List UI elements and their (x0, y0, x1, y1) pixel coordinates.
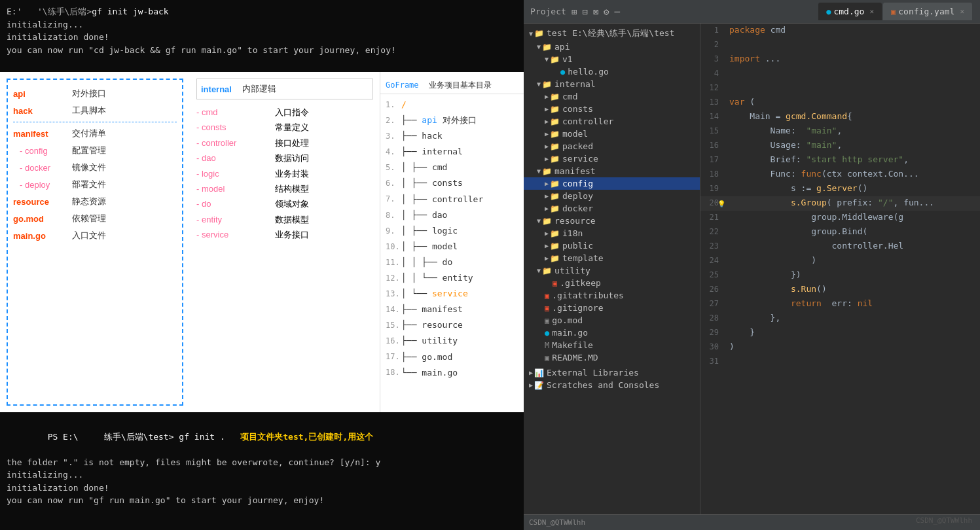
tree-item-gitkeep[interactable]: ▣ .gitkeep (524, 277, 700, 289)
tree-item-public[interactable]: 📁 public (524, 239, 700, 252)
tree-manifest-label: manifest (554, 166, 596, 176)
line-content-16: Usage: "main", (727, 139, 980, 153)
tree-item-manifest[interactable]: 📁 manifest (524, 165, 700, 177)
tree-item-gitattributes[interactable]: ▣ .gitattributes (524, 289, 700, 302)
tb-line-2: the folder "." is not empty, files might… (7, 456, 517, 469)
line-num-30: 30 (700, 340, 727, 355)
tree-item-makefile[interactable]: M Makefile (524, 339, 700, 351)
tree-item-gitignore[interactable]: ▣ .gitignore (524, 302, 700, 314)
dr-line-13: 13.│ └── service (380, 286, 524, 302)
dr-line-10: 10.│ ├── model (380, 239, 524, 255)
dr-text-1: / (401, 97, 407, 112)
tree-external-libraries-label: External Libraries (547, 368, 639, 378)
dr-line-5: 5.│ ├── cmd (380, 160, 524, 175)
tree-service-label: service (562, 154, 598, 164)
tree-item-controller[interactable]: 📁 controller (524, 115, 700, 128)
docker-folder-icon: 📁 (550, 204, 560, 213)
dr-line-17: 17.├── go.mod (380, 349, 524, 365)
tree-item-cmd[interactable]: 📁 cmd (524, 90, 700, 103)
tab-cmd-go-close[interactable]: ✕ (869, 7, 874, 16)
tab-cmd-go[interactable]: ● cmd.go ✕ (818, 3, 882, 20)
toolbar-expand-icon[interactable]: ⊟ (582, 7, 587, 17)
utility-arrow (537, 267, 541, 274)
template-arrow (545, 255, 549, 262)
toolbar-minimize-icon[interactable]: ─ (615, 7, 620, 17)
diag-val-config: 配置管理 (72, 145, 177, 156)
tree-item-config[interactable]: 📁 config (524, 177, 700, 190)
line-content-12 (727, 81, 980, 96)
tree-deploy-label: deploy (562, 191, 593, 201)
tree-item-api[interactable]: 📁 api (524, 41, 700, 53)
tree-item-i18n[interactable]: 📁 i18n (524, 227, 700, 239)
tree-item-resource[interactable]: 📁 resource (524, 215, 700, 227)
dr-text-15: ├── resource (401, 318, 463, 332)
dc-row-cmd: - cmd 入口指令 (196, 105, 373, 120)
project-label[interactable]: Project (530, 7, 566, 16)
toolbar-collapse-icon[interactable]: ⊠ (593, 7, 598, 17)
code-line-3: 3 import ... (700, 52, 980, 67)
tree-item-utility[interactable]: 📁 utility (524, 264, 700, 277)
tb-line-4: initialization done! (7, 482, 517, 495)
terminal-line-2: initializing... (7, 18, 517, 31)
diag-key-api: api (13, 89, 72, 99)
toolbar-structure-icon[interactable]: ⊞ (572, 7, 577, 17)
dc-header-box: internal 内部逻辑 (196, 79, 373, 99)
diag-row-resource: resource 静态资源 (13, 193, 177, 210)
toolbar-settings-icon[interactable]: ⚙ (604, 7, 609, 17)
line-content-4 (727, 67, 980, 81)
tree-item-readme[interactable]: ▣ README.MD (524, 351, 700, 364)
tree-item-template[interactable]: 📁 template (524, 252, 700, 264)
dr-num-16: 16. (386, 334, 401, 347)
diag-key-docker: - docker (13, 163, 72, 173)
tab-config-yaml-close[interactable]: ✕ (960, 7, 964, 16)
line-num-29: 29 (700, 326, 727, 340)
tree-item-internal[interactable]: 📁 internal (524, 78, 700, 90)
line-content-20: s.Group( prefix: "/", fun... (727, 196, 980, 211)
tree-utility-label: utility (554, 266, 590, 275)
dc-key-do: - do (196, 196, 275, 211)
diag-val-docker: 镜像文件 (72, 162, 177, 173)
dc-val-model: 结构模型 (275, 181, 309, 196)
template-folder-icon: 📁 (550, 254, 560, 263)
resource-folder-icon: 📁 (542, 217, 552, 226)
code-line-25: 25 }) (700, 268, 980, 283)
manifest-arrow (537, 168, 541, 175)
tree-item-service[interactable]: 📁 service (524, 152, 700, 165)
tree-item-model[interactable]: 📁 model (524, 128, 700, 140)
dc-val-dao: 数据访问 (275, 150, 309, 166)
dr-num-9: 9. (386, 224, 401, 238)
line-num-28: 28 (700, 311, 727, 326)
tree-item-packed[interactable]: 📁 packed (524, 140, 700, 152)
tree-item-v1[interactable]: 📁 v1 (524, 53, 700, 65)
tree-root[interactable]: 📁 test E:\经典\练手\后端\test (524, 26, 700, 41)
dc-rows: - cmd 入口指令 - consts 常量定义 - controller 接口… (196, 105, 373, 243)
tree-item-scratches[interactable]: 📝 Scratches and Consoles (524, 379, 700, 391)
tree-item-maingo[interactable]: ● main.go (524, 327, 700, 339)
dr-line-11: 11.│ │ ├── do (380, 255, 524, 270)
dr-line-3: 3.├── hack (380, 128, 524, 144)
public-folder-icon: 📁 (550, 241, 560, 251)
project-tree[interactable]: 📁 test E:\经典\练手\后端\test 📁 api 📁 v1 (524, 24, 700, 514)
dc-val-do: 领域对象 (275, 196, 309, 211)
tree-item-gomod[interactable]: ▣ go.mod (524, 314, 700, 327)
dc-key-service: - service (196, 227, 275, 242)
tree-item-hello-go[interactable]: ● hello.go (524, 65, 700, 78)
diag-val-resource: 静态资源 (72, 196, 177, 207)
tree-item-deploy[interactable]: 📁 deploy (524, 190, 700, 202)
tree-item-docker[interactable]: 📁 docker (524, 202, 700, 215)
dc-key-controller: - controller (196, 135, 275, 150)
dr-num-11: 11. (386, 256, 401, 269)
code-line-4: 4 (700, 67, 980, 81)
tree-item-consts[interactable]: 📁 consts (524, 103, 700, 115)
tab-config-yaml[interactable]: ▣ config.yaml ✕ (883, 3, 972, 20)
diagram-center: internal 内部逻辑 - cmd 入口指令 - consts 常量定义 -… (190, 72, 380, 412)
code-line-23: 23 controller.Hel (700, 239, 980, 254)
line-num-4: 4 (700, 67, 727, 81)
public-arrow (545, 242, 549, 249)
dc-val-entity: 数据模型 (275, 212, 309, 227)
line-content-19: s := g.Server() (727, 182, 980, 196)
tree-maingo-label: main.go (552, 328, 588, 338)
tree-item-external-libraries[interactable]: 📊 External Libraries (524, 366, 700, 379)
line-content-27: return err: nil (727, 297, 980, 311)
line-content-15: Name: "main", (727, 124, 980, 139)
